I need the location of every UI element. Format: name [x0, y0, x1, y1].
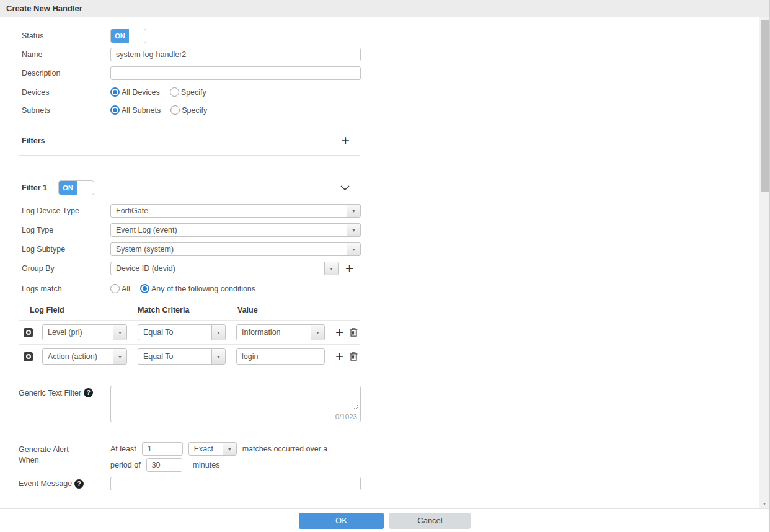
devices-all-label: All Devices — [122, 88, 160, 97]
name-label: Name — [22, 50, 110, 59]
add-condition-icon[interactable]: + — [335, 350, 343, 363]
scrollbar-thumb[interactable] — [761, 20, 769, 192]
logs-match-any-radio[interactable]: Any of the following conditions — [140, 284, 255, 293]
condition2-match-criteria-select[interactable]: Equal To ▼ — [138, 348, 226, 365]
name-input[interactable] — [110, 48, 361, 61]
create-new-handler-dialog: { "colors": { "accent_blue": "#4b9ce2", … — [0, 0, 770, 532]
status-label: Status — [22, 32, 110, 40]
subnets-label: Subnets — [22, 106, 110, 115]
trash-icon[interactable] — [349, 352, 358, 361]
dialog-content: Status ON Name Description Devices All D… — [0, 17, 759, 508]
minutes-text: minutes — [193, 461, 220, 469]
log-field-header: Log Field — [30, 306, 138, 314]
condition2-log-field-select[interactable]: Action (action) ▼ — [42, 348, 127, 365]
condition1-match-criteria-value: Equal To — [138, 325, 211, 340]
description-label: Description — [22, 69, 110, 78]
subnets-specify-label: Specify — [182, 106, 207, 115]
dropdown-arrow-icon: ▼ — [211, 325, 225, 340]
dialog-titlebar: Create New Handler — [0, 0, 769, 17]
condition1-log-field-select[interactable]: Level (pri) ▼ — [42, 324, 127, 340]
subnets-all-label: All Subnets — [122, 106, 161, 115]
condition1-value-select[interactable]: Information ▼ — [236, 324, 325, 340]
dialog-title: Create New Handler — [6, 4, 82, 13]
char-counter: 0/1023 — [111, 412, 360, 422]
generate-alert-row: Generate Alert When At least Exact ▼ mat… — [0, 442, 759, 472]
group-by-row: Group By Device ID (devid) ▼ + — [0, 262, 759, 275]
dropdown-arrow-icon: ▼ — [311, 325, 324, 340]
add-group-by-icon[interactable]: + — [345, 262, 353, 275]
devices-specify-label: Specify — [181, 88, 206, 97]
dialog-footer: OK Cancel — [0, 508, 769, 532]
condition-row: Action (action) ▼ Equal To ▼ + — [0, 345, 759, 368]
period-of-text: period of — [110, 461, 141, 469]
event-message-input[interactable] — [110, 477, 361, 490]
dropdown-arrow-icon: ▼ — [347, 224, 360, 236]
log-device-type-label: Log Device Type — [22, 206, 110, 215]
ok-button[interactable]: OK — [299, 513, 384, 529]
condition2-value-input[interactable] — [236, 348, 325, 365]
radio-unselected-icon — [110, 284, 120, 293]
subnets-all-radio[interactable]: All Subnets — [110, 105, 161, 115]
event-message-row: Event Message ? — [0, 477, 759, 490]
alert-period-input[interactable] — [146, 458, 182, 472]
conditions-header: Log Field Match Criteria Value — [0, 306, 759, 314]
dropdown-arrow-icon: ▼ — [223, 443, 236, 455]
drag-handle-icon[interactable] — [24, 328, 33, 337]
group-by-select[interactable]: Device ID (devid) ▼ — [110, 262, 339, 275]
radio-selected-icon — [110, 105, 120, 115]
cancel-button[interactable]: Cancel — [389, 513, 471, 529]
condition1-value: Information — [237, 325, 311, 340]
match-criteria-header: Match Criteria — [138, 306, 237, 314]
log-subtype-select[interactable]: System (system) ▼ — [110, 242, 361, 256]
add-filter-icon[interactable]: + — [342, 134, 350, 148]
condition1-match-criteria-select[interactable]: Equal To ▼ — [138, 324, 226, 340]
filter1-toggle[interactable]: ON — [58, 180, 94, 195]
log-device-type-select[interactable]: FortiGate ▼ — [110, 204, 361, 218]
devices-all-radio[interactable]: All Devices — [110, 87, 160, 97]
filters-section-header: Filters + — [0, 134, 759, 148]
log-subtype-row: Log Subtype System (system) ▼ — [0, 242, 759, 256]
devices-label: Devices — [22, 88, 110, 97]
devices-specify-radio[interactable]: Specify — [170, 87, 206, 97]
alert-mode-value: Exact — [189, 443, 223, 455]
dropdown-arrow-icon: ▼ — [347, 205, 360, 217]
vertical-scrollbar[interactable]: ▲ ▼ — [759, 17, 769, 508]
log-device-type-value: FortiGate — [111, 205, 347, 217]
event-message-label: Event Message — [19, 479, 72, 488]
description-input[interactable] — [110, 66, 361, 80]
value-header: Value — [237, 306, 258, 314]
matches-occurred-text: matches occurred over a — [242, 445, 328, 453]
log-device-type-row: Log Device Type FortiGate ▼ — [0, 204, 759, 218]
section-divider — [19, 155, 360, 156]
trash-icon[interactable] — [349, 327, 358, 337]
add-condition-icon[interactable]: + — [335, 326, 343, 339]
logs-match-all-radio[interactable]: All — [110, 284, 130, 293]
scroll-down-icon[interactable]: ▼ — [763, 500, 767, 507]
help-icon[interactable]: ? — [84, 388, 93, 397]
description-row: Description — [0, 66, 759, 80]
logs-match-any-label: Any of the following conditions — [151, 285, 255, 293]
chevron-down-icon[interactable] — [340, 185, 350, 191]
dropdown-arrow-icon: ▼ — [324, 262, 338, 275]
log-type-select[interactable]: Event Log (event) ▼ — [110, 223, 361, 237]
radio-selected-icon — [140, 284, 149, 293]
radio-unselected-icon — [170, 87, 179, 97]
generic-text-filter-textarea[interactable] — [111, 386, 360, 412]
condition2-match-criteria-value: Equal To — [138, 349, 211, 364]
name-row: Name — [0, 48, 759, 61]
devices-row: Devices All Devices Specify — [0, 87, 759, 97]
log-subtype-value: System (system) — [111, 243, 347, 255]
dropdown-arrow-icon: ▼ — [113, 325, 126, 340]
subnets-specify-radio[interactable]: Specify — [170, 105, 207, 115]
filter1-toggle-on-label: ON — [59, 181, 77, 195]
alert-count-input[interactable] — [142, 442, 183, 456]
logs-match-label: Logs match — [22, 285, 110, 293]
at-least-text: At least — [110, 445, 136, 453]
condition1-log-field-value: Level (pri) — [43, 325, 113, 340]
alert-mode-select[interactable]: Exact ▼ — [188, 442, 237, 456]
status-toggle[interactable]: ON — [110, 29, 146, 43]
drag-handle-icon[interactable] — [24, 352, 33, 361]
generic-text-filter-box: 0/1023 — [110, 386, 361, 422]
dropdown-arrow-icon: ▼ — [211, 349, 225, 364]
help-icon[interactable]: ? — [74, 479, 84, 489]
